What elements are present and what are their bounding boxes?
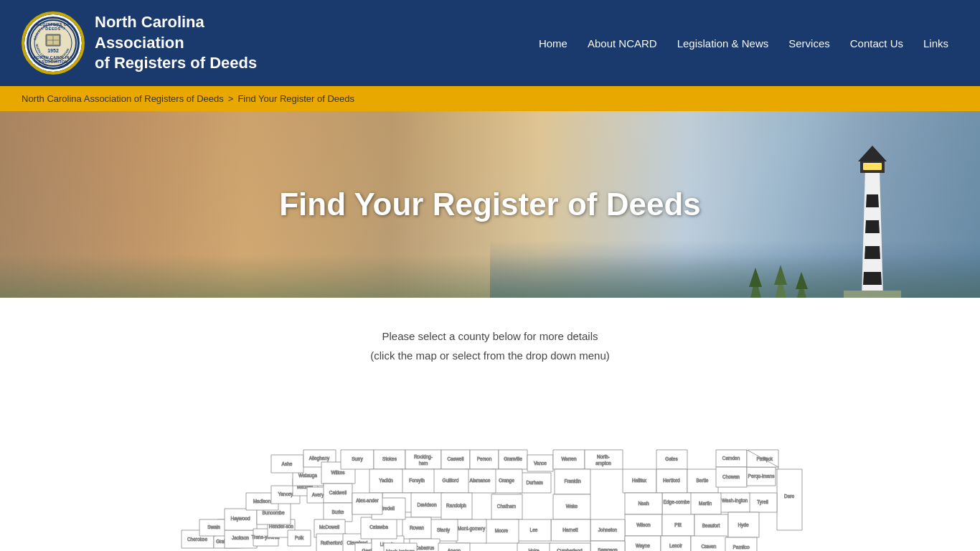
svg-marker-133	[433, 469, 468, 493]
county-granville[interactable]: Granville	[499, 450, 527, 469]
svg-marker-97	[716, 450, 747, 467]
county-bertie[interactable]: Bertie	[687, 469, 718, 493]
county-perquimans[interactable]: Perqu-imans	[747, 467, 776, 486]
svg-marker-167	[429, 519, 458, 541]
county-camden[interactable]: Camden	[716, 450, 747, 467]
logo-seal: 1952 REGISTERS OF DEEDS NORTH CAROLINA A…	[27, 17, 80, 70]
county-hyde[interactable]: Hyde	[728, 512, 759, 537]
county-hoke[interactable]: Hoke	[517, 543, 551, 551]
nc-county-map[interactable]: Cherokee Graham Clay Macon Swain Jackson	[160, 387, 820, 551]
nav-home[interactable]: Home	[529, 32, 578, 55]
county-northampton[interactable]: North- ampton	[585, 450, 623, 469]
county-rutherford[interactable]: Rutherford	[316, 534, 347, 551]
county-pamlico[interactable]: Pamlico	[725, 537, 757, 551]
county-rowan[interactable]: Rowan	[402, 517, 431, 539]
county-dare[interactable]: Dare	[777, 469, 802, 530]
county-warren[interactable]: Warren	[553, 450, 585, 469]
county-yadkin[interactable]: Yadkin	[369, 469, 402, 493]
county-lee[interactable]: Lee	[517, 519, 551, 541]
county-edgecombe[interactable]: Edge-combe	[662, 493, 691, 516]
county-catawba[interactable]: Catawba	[361, 517, 397, 539]
svg-marker-153	[694, 514, 728, 537]
svg-marker-135	[400, 469, 434, 493]
county-tyrrell[interactable]: Tyrell	[748, 493, 777, 512]
county-harnett[interactable]: Harnett	[551, 519, 590, 541]
county-person[interactable]: Person	[470, 450, 499, 469]
county-nash[interactable]: Nash	[625, 493, 662, 514]
county-caswell[interactable]: Caswell	[441, 450, 470, 469]
county-polk[interactable]: Polk	[288, 530, 311, 546]
county-gates[interactable]: Gates	[656, 450, 687, 469]
county-sampson[interactable]: Sampson	[590, 541, 625, 551]
svg-marker-86	[499, 450, 527, 469]
hero-horizon	[0, 255, 980, 298]
county-wayne[interactable]: Wayne	[625, 536, 661, 551]
county-caldwell[interactable]: Caldwell	[324, 484, 352, 503]
county-chowan[interactable]: Chowan	[716, 467, 747, 487]
logo-text: North Carolina Association of Registers …	[95, 12, 281, 74]
county-burke[interactable]: Burke	[324, 503, 352, 522]
county-haywood[interactable]: Haywood	[225, 509, 257, 530]
county-anson[interactable]: Anson	[438, 543, 470, 551]
county-durham[interactable]: Durham	[519, 473, 551, 493]
svg-marker-141	[411, 493, 443, 517]
svg-marker-84	[470, 450, 499, 469]
county-stanly[interactable]: Stanly	[429, 519, 458, 541]
county-moore[interactable]: Moore	[485, 519, 519, 543]
svg-marker-69	[316, 534, 347, 551]
county-ashe[interactable]: Ashe	[271, 455, 303, 473]
svg-marker-197	[550, 543, 590, 551]
county-halifax[interactable]: Halifax	[623, 469, 656, 493]
county-alexander[interactable]: Alex-ander	[352, 493, 382, 514]
county-mecklenburg[interactable]: Meck-lenburg	[384, 543, 417, 551]
county-chatham[interactable]: Chatham	[491, 494, 522, 519]
county-randolph[interactable]: Randolph	[441, 493, 472, 519]
county-vance[interactable]: Vance	[527, 455, 553, 471]
svg-marker-109	[747, 467, 776, 486]
map-wrapper: Cherokee Graham Clay Macon Swain Jackson	[22, 380, 958, 551]
county-beaufort[interactable]: Beaufort	[694, 514, 728, 537]
county-cumberland[interactable]: Cumberland	[550, 543, 590, 551]
county-wake[interactable]: Wake	[553, 494, 590, 519]
county-rockingham[interactable]: Rocking- ham	[405, 450, 441, 469]
county-forsyth[interactable]: Forsyth	[400, 469, 434, 493]
county-martin[interactable]: Martin	[689, 493, 721, 514]
county-guilford[interactable]: Guilford	[433, 469, 468, 493]
county-montgomery[interactable]: Mont-gomery	[456, 519, 486, 543]
county-lenoir[interactable]: Lenoir	[661, 536, 691, 551]
county-alamance[interactable]: Alamance	[465, 469, 496, 493]
county-craven[interactable]: Craven	[691, 536, 727, 551]
svg-marker-13	[866, 194, 879, 207]
nav-legislation[interactable]: Legislation & News	[667, 32, 779, 55]
svg-marker-123	[625, 493, 662, 514]
county-wilson[interactable]: Wilson	[625, 514, 662, 536]
county-davidson[interactable]: Davidson	[411, 493, 443, 517]
svg-marker-163	[485, 519, 519, 543]
county-orange[interactable]: Orange	[491, 469, 522, 493]
svg-marker-191	[590, 541, 625, 551]
county-hertford[interactable]: Hertford	[656, 469, 687, 493]
svg-rect-15	[863, 163, 882, 170]
svg-marker-169	[402, 517, 431, 539]
county-stokes[interactable]: Stokes	[374, 450, 405, 469]
svg-marker-35	[225, 530, 257, 548]
county-johnston[interactable]: Johnston	[590, 519, 625, 541]
svg-marker-157	[590, 519, 625, 541]
svg-marker-129	[491, 469, 522, 493]
breadcrumb-home-link[interactable]: North Carolina Association of Registers …	[22, 93, 224, 104]
lighthouse-icon	[837, 133, 908, 298]
nav-about[interactable]: About NCARD	[578, 32, 667, 55]
county-surry[interactable]: Surry	[341, 450, 374, 469]
svg-marker-103	[656, 469, 687, 493]
breadcrumb-separator: >	[228, 93, 234, 104]
nav-services[interactable]: Services	[778, 32, 840, 55]
county-franklin[interactable]: Franklin	[555, 469, 590, 494]
main-content: Please select a county below for more de…	[0, 298, 980, 551]
nav-links[interactable]: Links	[913, 32, 958, 55]
county-swain[interactable]: Swain	[199, 519, 228, 536]
county-washington[interactable]: Wash-ington	[720, 493, 750, 512]
nav-contact[interactable]: Contact Us	[840, 32, 913, 55]
site-header: 1952 REGISTERS OF DEEDS NORTH CAROLINA A…	[0, 0, 980, 86]
county-pitt[interactable]: Pitt	[662, 514, 694, 536]
county-jackson[interactable]: Jackson	[225, 530, 257, 548]
